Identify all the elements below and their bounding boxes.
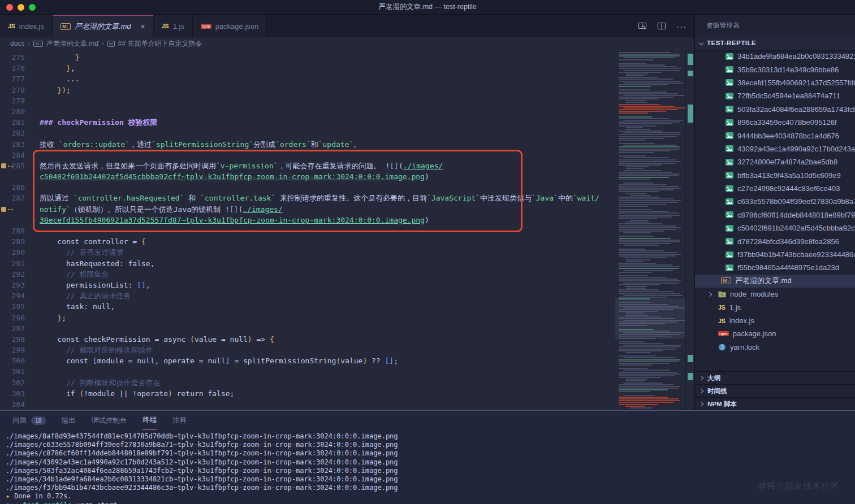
panel-tab-问题[interactable]: 问题18 — [12, 411, 46, 430]
tree-item-package.json[interactable]: npmpackage.json — [695, 327, 855, 340]
tab-label: 严老湿的文章.md — [75, 21, 131, 32]
editor-line[interactable]: 301 — [0, 366, 576, 377]
vscode-window: 严老湿的文章.md — test-reptile JSindex.jsM↓严老湿… — [0, 0, 855, 504]
editor-line[interactable]: 295 task: null, — [0, 301, 576, 312]
line-number: 289 — [0, 236, 35, 247]
sidebar-section-大纲[interactable]: 大纲 — [695, 371, 855, 384]
md-image-link[interactable]: c50402f691b24402af5d45cbbba92cff~tplv-k3… — [40, 172, 425, 181]
tree-item-index.js[interactable]: JSindex.js — [695, 314, 855, 327]
line-number: 284 — [0, 150, 35, 160]
markdown-file-icon: M↓ — [721, 277, 731, 284]
sidebar-section-时间线[interactable]: 时间线 — [695, 384, 855, 397]
image-file-icon — [726, 53, 733, 60]
editor-line[interactable]: 275 } — [0, 52, 576, 63]
editor-line[interactable]: 297 — [0, 323, 576, 334]
editor-line[interactable]: 294 // 真正的请求任务 — [0, 290, 576, 301]
terminal-output[interactable]: ./images/8af8d93e437544fd81ec914785d70dd… — [0, 430, 855, 504]
image-file-icon — [726, 185, 733, 192]
sidebar-section-NPM 脚本[interactable]: NPM 脚本 — [695, 397, 855, 410]
markdown-file-icon: M↓ — [61, 23, 71, 30]
editor-line[interactable]: 296 }; — [0, 312, 576, 323]
editor-line[interactable]: 286 — [0, 182, 576, 193]
image-file-icon — [726, 66, 733, 73]
breadcrumb-item-docs[interactable]: docs — [10, 40, 24, 47]
tab-index.js[interactable]: JSindex.js — [0, 15, 53, 37]
editor-line[interactable]: 280 — [0, 106, 576, 117]
tab-label: 1.js — [173, 22, 184, 31]
editor-line[interactable]: 277 ... — [0, 73, 576, 84]
editor-line[interactable]: c50402f691b24402af5d45cbbba92cff~tplv-k3… — [0, 171, 576, 182]
line-number: 296 — [0, 312, 35, 323]
editor-line[interactable]: 303 if (!module || !operate) return fals… — [0, 388, 576, 399]
minimize-window-button[interactable] — [18, 4, 24, 11]
editor-line[interactable]: 300 const [module = null, operate = null… — [0, 355, 576, 366]
editor-line[interactable]: 288 — [0, 225, 576, 236]
panel-tabs: 问题18输出调试控制台终端注释 — [0, 411, 855, 430]
panel-tab-注释[interactable]: 注释 — [172, 411, 187, 430]
editor-line[interactable]: 298 const checkPermission = async (value… — [0, 334, 576, 345]
line-number: 287 — [0, 193, 35, 203]
editor-line[interactable]: 302 // 判断模块和操作是否存在 — [0, 377, 576, 388]
breadcrumb-item-symbol[interactable]: ## 先简单介绍下自定义指令 — [118, 39, 202, 49]
image-file-icon — [726, 79, 733, 86]
line-number: 288 — [0, 225, 35, 236]
image-file-icon — [726, 106, 733, 112]
line-number: 299 — [0, 345, 35, 355]
image-file-icon — [726, 159, 733, 166]
tab-严老湿的文章.md[interactable]: M↓严老湿的文章.md× — [53, 15, 154, 37]
editor-line[interactable]: 276 }, — [0, 63, 576, 73]
explorer-header: 资源管理器 — [695, 15, 855, 36]
split-editor-icon[interactable] — [657, 21, 666, 31]
more-actions-icon[interactable]: ··· — [676, 21, 686, 31]
close-window-button[interactable] — [6, 4, 13, 11]
md-image-link[interactable]: ./images/ — [403, 162, 443, 170]
editor-line[interactable]: 284 — [0, 150, 576, 160]
line-number: 279 — [0, 95, 35, 106]
editor-line[interactable]: 299 // 截取对应的模块和操作 — [0, 345, 576, 355]
editor-line[interactable]: 278 }); — [0, 85, 576, 95]
editor-line[interactable]: 283接收 `orders::update`，通过`splitPermissio… — [0, 139, 576, 150]
line-number: 294 — [0, 290, 35, 301]
terminal-done-line: ✦Done in 0.72s. — [6, 492, 855, 501]
editor-line[interactable]: 282 — [0, 128, 576, 138]
tab-1.js[interactable]: JS1.js — [154, 15, 193, 37]
editor-pane[interactable]: 275 }276 },277 ...278 });279280281### ch… — [0, 50, 694, 410]
panel-tab-调试控制台[interactable]: 调试控制台 — [92, 411, 127, 430]
editor-line[interactable]: 304 — [0, 399, 576, 410]
editor-line[interactable]: 293 permissionList: [], — [0, 280, 576, 290]
editor-line[interactable]: 279 — [0, 95, 576, 106]
close-tab-icon[interactable]: × — [141, 22, 145, 31]
bookmark-icon[interactable] — [1, 163, 6, 168]
editor-line[interactable]: 291 hasRequested: false, — [0, 258, 576, 269]
editor-line[interactable]: 292 // 权限集合 — [0, 269, 576, 280]
editor-line[interactable]: notify`（锁机制）。所以只是一个仿造Java的锁机制 ![](./imag… — [0, 204, 576, 215]
editor-line[interactable]: 287所以通过 `controller.hasRequested` 和 `con… — [0, 193, 576, 203]
minimap[interactable] — [615, 50, 685, 410]
editor-line[interactable]: 281### checkPermission 校验权限 — [0, 117, 576, 128]
editor-line[interactable]: 38ecefd155fb4906921a37d52557fd87~tplv-k3… — [0, 215, 576, 225]
panel-tab-终端[interactable]: 终端 — [142, 411, 157, 430]
line-number: 290 — [0, 247, 35, 258]
editor-line[interactable]: 289 const controller = { — [0, 236, 576, 247]
overview-ruler[interactable] — [685, 50, 694, 410]
yarn-icon — [718, 344, 726, 351]
javascript-file-icon: JS — [718, 304, 726, 311]
editor-line[interactable]: 285然后再去发送请求，但是如果一个页面有多处同时调用`v-permission… — [0, 160, 576, 171]
bookmark-icon[interactable] — [1, 207, 6, 212]
maximize-window-button[interactable] — [29, 4, 36, 11]
project-root-row[interactable]: TEST-REPTILE — [695, 36, 855, 50]
terminal-line: ./images/f37bb94b1b4743bcbaee923344486c3… — [6, 484, 855, 492]
project-name: TEST-REPTILE — [707, 40, 756, 46]
panel-tab-输出[interactable]: 输出 — [62, 411, 76, 430]
tree-item-1.js[interactable]: JS1.js — [695, 301, 855, 314]
tree-item-node_modules[interactable]: node_modules — [695, 288, 855, 301]
editor-line[interactable]: 290 // 是否发过请求 — [0, 247, 576, 258]
open-preview-icon[interactable] — [638, 21, 647, 31]
tab-package.json[interactable]: npmpackage.json — [193, 15, 267, 37]
md-image-link[interactable]: ./images/ — [243, 205, 282, 214]
breadcrumb-item-file[interactable]: 严老湿的文章.md — [46, 39, 98, 49]
sparkle-icon: ✦ — [6, 492, 10, 501]
tree-item-yarn.lock[interactable]: yarn.lock — [695, 341, 855, 354]
tab-strip: JSindex.jsM↓严老湿的文章.md×JS1.jsnpmpackage.j… — [0, 15, 694, 37]
md-image-link[interactable]: 38ecefd155fb4906921a37d52557fd87~tplv-k3… — [40, 216, 425, 224]
